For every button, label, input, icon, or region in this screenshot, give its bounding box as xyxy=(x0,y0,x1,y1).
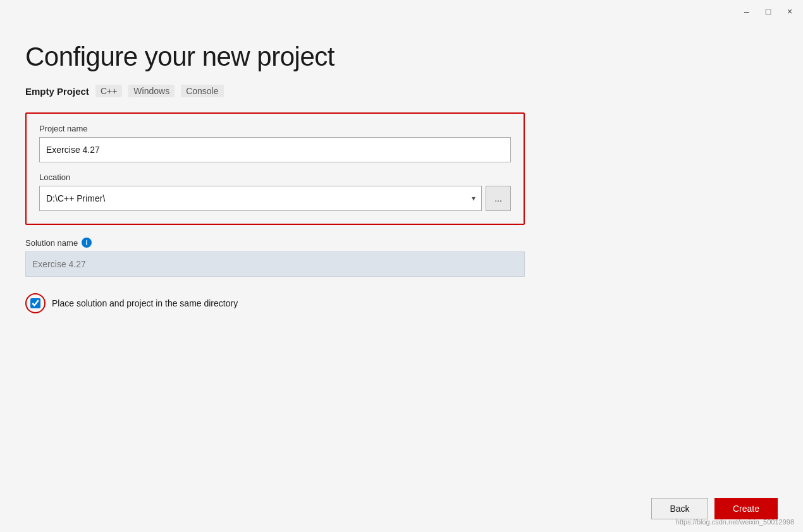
main-content: Configure your new project Empty Project… xyxy=(0,23,803,488)
minimize-button[interactable]: – xyxy=(741,6,752,17)
project-name-label: Project name xyxy=(39,124,511,133)
title-bar: – □ × xyxy=(0,0,803,23)
same-directory-checkbox[interactable] xyxy=(30,298,40,308)
location-row: D:\C++ Primer\ ... xyxy=(39,186,511,211)
tag-language: C++ xyxy=(95,85,122,97)
maximize-button[interactable]: □ xyxy=(763,6,774,17)
back-button[interactable]: Back xyxy=(651,498,708,519)
info-icon[interactable]: i xyxy=(82,238,92,248)
tag-project-type: Empty Project xyxy=(25,86,89,97)
tag-platform: Windows xyxy=(128,85,175,97)
solution-name-label: Solution name xyxy=(25,238,78,248)
location-label: Location xyxy=(39,172,511,182)
solution-section: Solution name i xyxy=(25,238,525,277)
browse-button[interactable]: ... xyxy=(486,186,511,211)
tag-type: Console xyxy=(181,85,223,97)
create-button[interactable]: Create xyxy=(714,498,778,519)
watermark: https://blog.csdn.net/weixin_50012998 xyxy=(676,518,794,526)
project-tags: Empty Project C++ Windows Console xyxy=(25,85,778,97)
same-directory-row: Place solution and project in the same d… xyxy=(25,293,778,313)
close-button[interactable]: × xyxy=(784,6,795,17)
main-window: – □ × Configure your new project Empty P… xyxy=(0,0,803,532)
location-select[interactable]: D:\C++ Primer\ xyxy=(39,186,482,211)
same-directory-checkbox-wrapper xyxy=(25,293,46,313)
project-name-input[interactable] xyxy=(39,137,511,162)
same-directory-label[interactable]: Place solution and project in the same d… xyxy=(52,298,238,308)
location-select-wrapper: D:\C++ Primer\ xyxy=(39,186,482,211)
project-config-box: Project name Location D:\C++ Primer\ ... xyxy=(25,112,525,225)
solution-name-input[interactable] xyxy=(25,251,525,277)
page-title: Configure your new project xyxy=(25,42,778,72)
solution-label-row: Solution name i xyxy=(25,238,525,248)
